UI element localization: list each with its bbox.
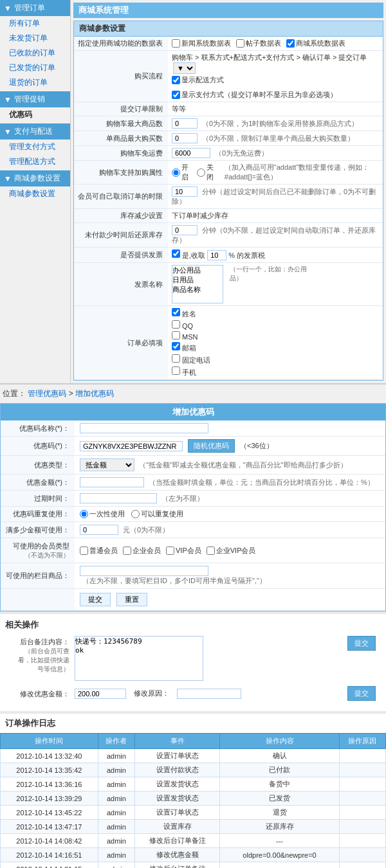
arrow-icon: ▼: [4, 4, 12, 13]
checkbox-invoice-input[interactable]: [172, 249, 180, 258]
radio-reusable[interactable]: 可以重复使用: [131, 509, 183, 519]
coupon-value-member-types: 普通会员 企业会员 VIP会员 企业VIP会员: [75, 538, 385, 563]
log-cell-content: ---: [220, 862, 339, 869]
checkbox-mobile-field[interactable]: 手机: [172, 366, 379, 377]
log-cell-time: 2012-10-14 13:45:22: [1, 806, 98, 820]
log-table-row: 2012-10-14 13:35:42admin设置付款状态已付款: [1, 763, 386, 777]
coupon-row-category: 可使用的栏目商品： （左为不限，要填写栏目ID，多个ID可用半角逗号隔开","）: [1, 563, 385, 589]
coupon-type-select[interactable]: 抵金额 商品百分比: [80, 458, 134, 471]
checkbox-name-field[interactable]: 姓名: [172, 308, 379, 319]
radio-onetime[interactable]: 一次性使用: [80, 509, 125, 519]
backend-note-row: 后台备注内容： （前台会员可查看，比如提供快递号等信息） 快递号：1234567…: [5, 636, 381, 681]
checkbox-qq-field[interactable]: QQ: [172, 320, 379, 330]
log-cell-operator: admin: [98, 791, 134, 806]
settings-label-datatables: 指定使用商城功能的数据表: [74, 37, 168, 51]
sidebar-item-shopconfig[interactable]: 商城参数设置: [0, 186, 70, 201]
coupon-amount-input[interactable]: [80, 477, 144, 487]
coupon-code-input[interactable]: [80, 441, 183, 451]
invoice-names-textarea[interactable]: 办公用品 日用品 商品名称: [172, 265, 223, 303]
invoice-tax-input[interactable]: [207, 250, 226, 260]
unpaid-cancel-input[interactable]: [172, 225, 198, 235]
log-cell-event: 设置发货状态: [135, 777, 220, 791]
sidebar-group-promo-title[interactable]: ▼ 管理促销: [0, 91, 70, 107]
settings-panel: 商城参数设置 指定使用商城功能的数据表 新闻系统数据表 帖子数据表 商城系统数据…: [73, 21, 383, 381]
checkbox-show-delivery[interactable]: 显示配送方式: [172, 75, 224, 85]
coupon-reset-button[interactable]: 重置: [116, 593, 147, 606]
purchase-flow-select[interactable]: ▼: [173, 62, 196, 74]
sidebar-item-paid[interactable]: 已收款的订单: [0, 46, 70, 60]
settings-label-single-max: 单商品最大购买数: [74, 131, 168, 146]
sidebar-item-shipped[interactable]: 已发货的订单: [0, 60, 70, 75]
backend-note-submit-button[interactable]: 提交: [347, 636, 376, 651]
breadcrumb-link-add-coupon[interactable]: 增加优惠码: [75, 389, 114, 398]
modify-amount-submit-button[interactable]: 提交: [347, 686, 376, 701]
checkbox-normal-member[interactable]: 普通会员: [80, 546, 118, 556]
breadcrumb-link-coupons[interactable]: 管理优惠码: [28, 389, 66, 398]
checkbox-phone-field[interactable]: 固定电话: [172, 354, 379, 365]
checkbox-news[interactable]: 新闻系统数据表: [172, 39, 231, 48]
modify-amount-input[interactable]: [75, 689, 126, 699]
log-cell-content: 确认: [220, 749, 339, 763]
checkbox-enterprise-member[interactable]: 企业会员: [123, 546, 161, 556]
settings-value-purchase-flow: 购物车 > 联系方式+配送方式+支付方式 > 确认订单 > 提交订单 ▼ 显示配…: [168, 51, 383, 102]
coupon-category-input[interactable]: [80, 566, 208, 576]
checkbox-show-payment-input[interactable]: [172, 91, 180, 99]
settings-row-invoice: 是否提供发票 是,收取 % 的发票税: [74, 248, 383, 263]
log-cell-content: 已付款: [220, 763, 339, 777]
log-cell-reason: [339, 862, 385, 869]
checkbox-show-delivery-input[interactable]: [172, 76, 180, 84]
checkbox-posts[interactable]: 帖子数据表: [236, 39, 281, 48]
settings-value-submit-limit: 等等: [168, 102, 383, 116]
log-cell-content: 还原库存: [220, 820, 339, 834]
log-table-row: 2012-10-14 13:32:40admin设置订单状态确认: [1, 749, 386, 763]
checkbox-email-field[interactable]: 邮箱: [172, 342, 379, 353]
coupon-row-submit: 提交 重置: [1, 589, 385, 611]
sidebar-group-payment-title[interactable]: ▼ 支付与配送: [0, 123, 70, 140]
coupon-row-type: 优惠类型： 抵金额 商品百分比 （"抵金额"即减去全额优惠金额，"商品百分比"即…: [1, 456, 385, 475]
checkbox-vip-member[interactable]: VIP会员: [166, 546, 201, 556]
sidebar-item-returned[interactable]: 退货的订单: [0, 75, 70, 90]
coupon-expire-input[interactable]: [80, 493, 157, 503]
sidebar-item-coupon[interactable]: 优惠码: [0, 107, 70, 122]
settings-label-cart-addon: 购物车支持加购属性: [74, 161, 168, 185]
checkbox-invoice[interactable]: 是,收取: [172, 251, 207, 259]
checkbox-shop[interactable]: 商城系统数据表: [286, 39, 345, 48]
coupon-table: 优惠码名称(*)： 优惠码(*)： 随机优惠码 （<36位） 优惠类型： 抵金额: [1, 420, 385, 611]
arrow-icon-3: ▼: [4, 127, 12, 136]
log-cell-time: 2012-10-14 13:35:42: [1, 763, 98, 777]
settings-row-cart-max: 购物车最大商品数 （0为不限，为1时购物车会采用替换原商品方式）: [74, 116, 383, 131]
sidebar-group-orders-title[interactable]: ▼ 管理订单: [0, 0, 70, 16]
checkbox-enterprise-vip-member[interactable]: 企业VIP会员: [207, 546, 256, 556]
sidebar-item-unshipped[interactable]: 未发货订单: [0, 31, 70, 46]
modify-reason-input[interactable]: [177, 689, 241, 699]
coupon-min-amount-input[interactable]: [80, 525, 118, 535]
checkbox-msn-field[interactable]: MSN: [172, 331, 379, 341]
random-coupon-button[interactable]: 随机优惠码: [188, 439, 235, 453]
single-max-input[interactable]: [172, 133, 198, 143]
sidebar-item-delivery[interactable]: 管理配送方式: [0, 154, 70, 169]
cart-max-input[interactable]: [172, 118, 198, 129]
member-cancel-input[interactable]: [172, 186, 198, 197]
free-shipping-input[interactable]: [172, 148, 210, 158]
checkbox-news-input[interactable]: [172, 39, 180, 48]
radio-addon-open[interactable]: 开启: [172, 163, 190, 182]
backend-note-textarea[interactable]: 快递号：123456789 ok: [75, 636, 203, 681]
sidebar-group-shopconfig-title[interactable]: ▼ 商城参数设置: [0, 170, 70, 186]
main-title: 商城系统管理: [73, 3, 383, 18]
checkbox-shop-input[interactable]: [286, 39, 295, 48]
sidebar-group-promo: ▼ 管理促销 优惠码: [0, 91, 70, 122]
log-cell-reason: [339, 848, 385, 862]
log-cell-event: 修改后台订单备注: [135, 834, 220, 848]
radio-addon-close[interactable]: 关闭: [197, 163, 216, 182]
coupon-name-input[interactable]: [80, 423, 208, 433]
log-table-header: 操作时间 操作者 事件 操作内容 操作原因: [1, 734, 386, 749]
log-cell-reason: [339, 763, 385, 777]
checkbox-posts-input[interactable]: [236, 39, 244, 48]
settings-value-datatables: 新闻系统数据表 帖子数据表 商城系统数据表: [168, 37, 383, 51]
coupon-submit-button[interactable]: 提交: [80, 593, 111, 606]
sidebar-item-all-orders[interactable]: 所有订单: [0, 16, 70, 31]
log-cell-event: 设置库存: [135, 820, 220, 834]
checkbox-show-payment[interactable]: 显示支付方式（提交订单时不显示且为非必选项）: [172, 90, 337, 100]
sidebar-item-payment[interactable]: 管理支付方式: [0, 140, 70, 154]
coupon-form-title: 增加优惠码: [1, 404, 385, 420]
